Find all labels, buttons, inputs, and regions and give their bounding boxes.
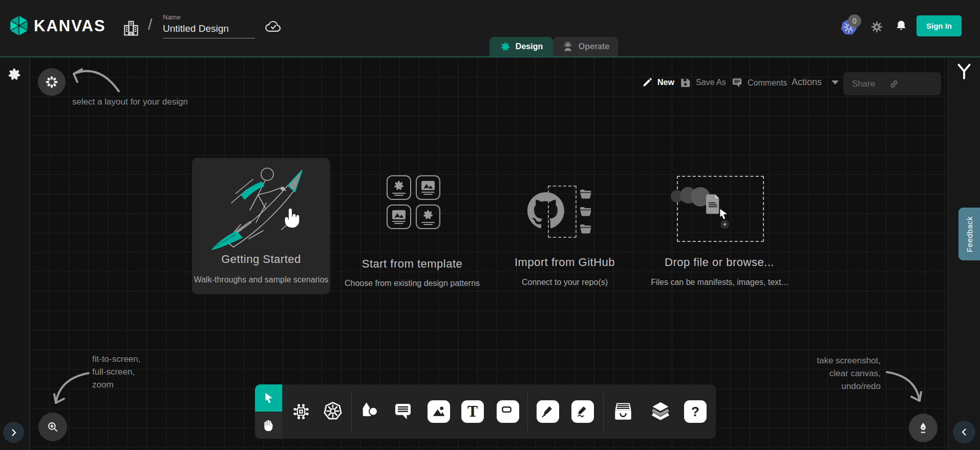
plus-badge: +	[720, 220, 729, 229]
template-tile-image	[387, 204, 411, 229]
pen-nib-icon	[917, 421, 930, 435]
template-subtitle: Choose from existing design patterns	[330, 279, 494, 288]
note-tool-button[interactable]	[497, 400, 519, 423]
actions-label: Actions	[792, 77, 822, 88]
chip-icon	[292, 402, 310, 421]
pencil-scribble-icon	[576, 404, 590, 419]
expand-left-panel-button[interactable]	[3, 422, 24, 443]
brand-wordmark: KANVAS	[34, 17, 106, 35]
kanvas-app: KANVAS / Name Design	[0, 0, 980, 450]
hand-cursor-icon	[281, 206, 304, 230]
template-title: Start from template	[335, 257, 489, 271]
feedback-label: Feedback	[965, 216, 974, 252]
zoom-controls-button[interactable]	[38, 413, 67, 441]
chevron-right-icon	[10, 428, 18, 437]
comments-label: Comments	[748, 78, 787, 88]
header: KANVAS / Name Design	[0, 0, 980, 56]
canvas-actions-button[interactable]	[909, 414, 938, 442]
sign-in-button[interactable]: Sign In	[917, 15, 962, 36]
notifications-bell-icon[interactable]	[893, 18, 909, 35]
getting-started-card[interactable]: Getting Started Walk-throughs and sample…	[192, 158, 330, 294]
github-subtitle: Connect to your repo(s)	[483, 278, 647, 287]
start-from-template-card[interactable]: Start from template Choose from existing…	[335, 169, 489, 292]
hand-icon	[262, 418, 276, 433]
shapes-icon	[359, 401, 380, 421]
share-button[interactable]: Share	[843, 72, 941, 95]
drawer-tool-button[interactable]	[612, 401, 634, 422]
meshery-swirl-icon[interactable]	[7, 67, 22, 82]
arrow-cursor-icon	[262, 392, 275, 405]
repo-folders	[578, 188, 594, 235]
kanvas-logo-icon	[7, 13, 31, 38]
drawer-icon	[612, 401, 634, 422]
folder-icon	[578, 188, 594, 200]
comments-button[interactable]: Comments	[731, 77, 787, 89]
layers-icon	[649, 400, 672, 422]
image-tool-button[interactable]	[428, 400, 450, 423]
folder-icon	[578, 205, 594, 217]
template-tile-swirl	[387, 175, 411, 200]
template-tile-image	[416, 175, 440, 200]
comment-icon	[393, 401, 413, 422]
swirl-icon	[422, 209, 434, 221]
image-icon	[431, 404, 446, 419]
operate-headset-icon	[562, 40, 574, 53]
template-thumbnails	[387, 175, 440, 229]
kubernetes-tool-button[interactable]	[322, 400, 344, 422]
zoom-hints-text: fit-to-screen, full-screen, zoom	[92, 353, 140, 391]
layout-selector-button[interactable]	[38, 68, 66, 96]
hierarchy-y-icon[interactable]	[956, 63, 972, 80]
comment-tool-button[interactable]	[392, 401, 414, 422]
design-name-input[interactable]	[163, 21, 255, 38]
design-name-label: Name	[163, 13, 255, 21]
layout-hint-arrow	[68, 60, 124, 97]
new-label: New	[657, 78, 674, 87]
zoom-in-icon	[46, 420, 59, 434]
zoom-hint-arrow	[49, 359, 95, 410]
shapes-tool-button[interactable]	[359, 400, 380, 422]
organization-icon[interactable]	[121, 18, 141, 38]
mouse-arrow-icon	[717, 208, 730, 221]
import-from-github-card[interactable]: Import from GitHub Connect to your repo(…	[488, 169, 642, 292]
tab-operate-label: Operate	[579, 42, 609, 51]
help-tool-button[interactable]: ?	[684, 400, 707, 423]
drop-subtitle: Files can be manifests, images, text...	[637, 278, 801, 287]
component-tool-button[interactable]	[291, 401, 311, 422]
image-icon	[421, 180, 435, 191]
feedback-tab[interactable]: Feedback	[958, 208, 980, 260]
share-label: Share	[852, 79, 875, 89]
drop-file-card[interactable]: + Drop file or browse... Files can be ma…	[643, 169, 796, 292]
breadcrumb-separator: /	[148, 16, 152, 33]
actions-dropdown[interactable]: Actions	[792, 77, 839, 88]
text-tool-button[interactable]: T	[461, 400, 484, 423]
github-title: Import from GitHub	[488, 256, 642, 269]
image-icon	[392, 210, 406, 220]
cloud-saved-icon	[264, 18, 283, 34]
pen-tool-button[interactable]	[537, 400, 559, 423]
tab-operate[interactable]: Operate	[553, 37, 618, 56]
chevron-left-icon	[960, 428, 968, 436]
comments-icon	[731, 77, 743, 89]
settings-gear-icon[interactable]	[869, 19, 884, 34]
new-button[interactable]: New	[642, 77, 674, 88]
layout-hint-text: select a layout for your design	[72, 95, 188, 108]
canvas-action-hint-arrow	[884, 359, 927, 407]
freehand-tool-button[interactable]	[571, 400, 594, 423]
pan-tool-button[interactable]	[255, 412, 282, 439]
layers-tool-button[interactable]	[649, 400, 672, 422]
kubernetes-icon	[322, 400, 344, 422]
share-link-icon	[888, 78, 900, 90]
save-as-button[interactable]: Save As	[680, 77, 726, 88]
collapse-right-panel-button[interactable]	[953, 421, 975, 443]
github-icon	[527, 192, 564, 229]
tab-design-label: Design	[516, 42, 543, 51]
template-tile-swirl	[416, 204, 440, 229]
canvas-action-hints-text: take screenshot, clear canvas, undo/redo	[778, 354, 881, 393]
question-mark-icon: ?	[691, 405, 699, 418]
select-tool-button[interactable]	[255, 384, 282, 412]
getting-started-subtitle: Walk-throughs and sample scenarios	[179, 275, 343, 284]
tab-design[interactable]: Design	[489, 37, 553, 56]
swirl-icon	[393, 179, 405, 192]
chevron-down-icon	[832, 80, 839, 85]
pen-nib-icon	[541, 404, 555, 419]
